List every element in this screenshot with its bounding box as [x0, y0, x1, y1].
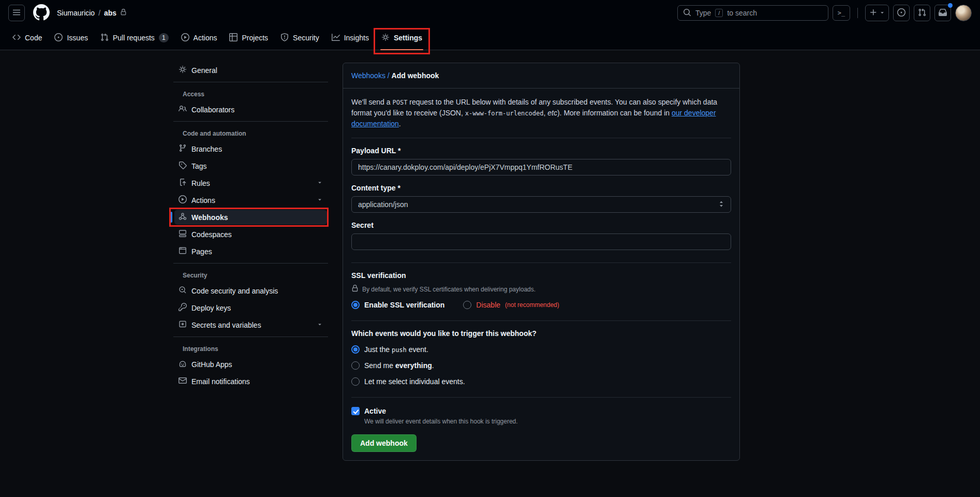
- sidebar-item-deploy-keys[interactable]: Deploy keys: [174, 300, 327, 315]
- ssl-enable-label: Enable SSL verification: [364, 301, 444, 309]
- notifications-inbox-button[interactable]: [934, 5, 951, 21]
- ssl-enable-radio[interactable]: [351, 301, 360, 309]
- settings-content: General Access Collaborators Code and au…: [0, 50, 980, 461]
- tab-insights[interactable]: Insights: [328, 26, 373, 50]
- secret-input[interactable]: [351, 233, 731, 250]
- tab-pull-requests[interactable]: Pull requests 1: [96, 26, 173, 50]
- event-everything-bold: everything: [395, 361, 432, 370]
- sidebar-item-general[interactable]: General: [174, 63, 327, 78]
- panel-breadcrumb: Webhooks / Add webhook: [343, 63, 739, 89]
- form-divider: [351, 262, 731, 263]
- event-push-pre: Just the: [364, 345, 392, 354]
- sidebar-item-secrets-variables[interactable]: Secrets and variables: [174, 317, 327, 332]
- sidebar-section-security: Security: [170, 272, 331, 279]
- chevron-down-icon: [317, 321, 323, 329]
- robot-face-icon: [179, 359, 187, 369]
- github-logo-link[interactable]: [33, 4, 50, 22]
- active-label: Active: [364, 407, 386, 415]
- form-divider: [351, 397, 731, 398]
- tab-issues[interactable]: Issues: [50, 26, 92, 50]
- tab-actions[interactable]: Actions: [177, 26, 221, 50]
- intro-code-post: POST: [392, 99, 407, 106]
- mail-icon: [179, 376, 187, 386]
- lock-icon: [351, 285, 359, 294]
- play-circle-icon: [181, 33, 189, 43]
- active-checkbox[interactable]: [351, 407, 360, 415]
- ssl-options: Enable SSL verification Disable (not rec…: [351, 301, 731, 309]
- breadcrumb-owner-link[interactable]: Siumauricio: [57, 9, 95, 17]
- event-individual-radio[interactable]: [351, 377, 360, 386]
- sidebar-divider: [173, 263, 328, 264]
- form-divider: [351, 138, 731, 138]
- event-option-everything: Send me everything.: [351, 361, 731, 370]
- webhook-intro-text: We'll send a POST request to the URL bel…: [351, 97, 731, 129]
- ssl-note: By default, we verify SSL certificates w…: [351, 285, 731, 294]
- sidebar-item-label: Code security and analysis: [191, 287, 278, 295]
- sidebar-item-actions[interactable]: Actions: [174, 193, 327, 208]
- content-type-value: application/json: [358, 200, 408, 209]
- play-circle-icon: [179, 195, 187, 205]
- shield-icon: [280, 33, 289, 43]
- sidebar-section-integrations: Integrations: [170, 345, 331, 353]
- ssl-note-text: By default, we verify SSL certificates w…: [362, 286, 536, 293]
- event-push-label: Just the push event.: [364, 345, 428, 354]
- tab-label: Settings: [394, 34, 422, 42]
- content-type-select[interactable]: application/json: [351, 196, 731, 213]
- sidebar-item-label: Actions: [191, 196, 215, 204]
- sidebar-item-branches[interactable]: Branches: [174, 141, 327, 156]
- issue-opened-icon: [897, 8, 905, 18]
- sidebar-divider: [173, 121, 328, 122]
- webhooks-breadcrumb-link[interactable]: Webhooks /: [351, 71, 390, 80]
- avatar[interactable]: [955, 5, 972, 21]
- hamburger-button[interactable]: [8, 5, 25, 21]
- tab-label: Code: [25, 34, 42, 42]
- payload-url-input[interactable]: [351, 159, 731, 176]
- code-icon: [12, 33, 21, 43]
- table-icon: [229, 33, 237, 43]
- event-everything-label: Send me everything.: [364, 361, 434, 370]
- git-pull-request-icon: [100, 33, 109, 43]
- sidebar-item-email-notifications[interactable]: Email notifications: [174, 374, 327, 389]
- event-everything-radio[interactable]: [351, 361, 360, 370]
- private-repo-lock-icon: [120, 9, 127, 17]
- sidebar-item-collaborators[interactable]: Collaborators: [174, 102, 327, 117]
- intro-code-urlencoded: x-www-form-urlencoded: [465, 110, 544, 117]
- event-push-radio[interactable]: [351, 345, 360, 354]
- tab-code[interactable]: Code: [8, 26, 46, 50]
- sidebar-item-github-apps[interactable]: GitHub Apps: [174, 357, 327, 372]
- tab-label: Projects: [242, 34, 268, 42]
- issues-dashboard-button[interactable]: [893, 5, 910, 21]
- command-palette-button[interactable]: >_: [833, 5, 850, 21]
- content-type-label: Content type *: [351, 184, 731, 192]
- sidebar-item-code-security[interactable]: Code security and analysis: [174, 283, 327, 298]
- ssl-disable-radio[interactable]: [463, 301, 471, 309]
- tab-projects[interactable]: Projects: [225, 26, 272, 50]
- create-new-button[interactable]: [865, 5, 889, 21]
- breadcrumb-repo-link[interactable]: abs: [104, 9, 116, 17]
- payload-url-label: Payload URL *: [351, 147, 731, 155]
- sidebar-item-rules[interactable]: Rules: [174, 176, 327, 191]
- tab-label: Actions: [194, 34, 217, 42]
- sidebar-item-codespaces[interactable]: Codespaces: [174, 227, 327, 242]
- sidebar-item-webhooks[interactable]: Webhooks: [174, 210, 327, 225]
- add-webhook-button[interactable]: Add webhook: [351, 434, 417, 452]
- topbar-row: Siumauricio / abs Type / to search >_: [0, 0, 980, 26]
- add-webhook-panel: Webhooks / Add webhook We'll send a POST…: [343, 63, 740, 461]
- sidebar-divider: [173, 337, 328, 337]
- people-icon: [179, 105, 187, 114]
- sidebar-divider: [173, 82, 328, 82]
- ssl-disable-label: Disable: [476, 301, 500, 309]
- unread-notification-dot: [948, 3, 953, 8]
- sidebar-item-tags[interactable]: Tags: [174, 158, 327, 173]
- pull-requests-dashboard-button[interactable]: [914, 5, 930, 21]
- tab-label: Pull requests: [113, 34, 155, 42]
- tab-security[interactable]: Security: [276, 26, 323, 50]
- tab-label: Insights: [344, 34, 369, 42]
- tab-settings[interactable]: Settings: [377, 26, 426, 50]
- sidebar-item-label: Collaborators: [191, 106, 234, 114]
- github-logo-icon: [33, 4, 50, 22]
- sidebar-item-pages[interactable]: Pages: [174, 244, 327, 259]
- event-option-push: Just the push event.: [351, 345, 731, 354]
- gear-icon: [179, 65, 187, 75]
- search-input[interactable]: Type / to search: [677, 5, 828, 21]
